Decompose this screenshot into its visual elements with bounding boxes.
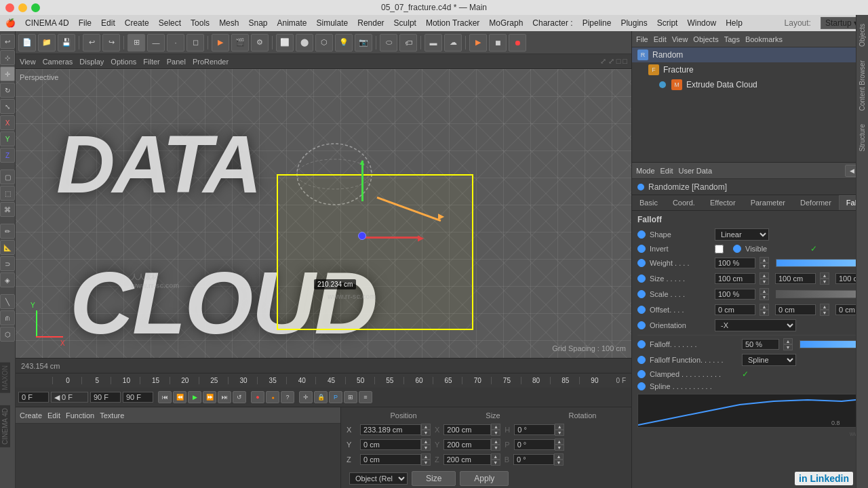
tool-select[interactable]: ⊹ (0, 50, 15, 65)
obj-random[interactable]: R Random ✓ ✓ (632, 47, 868, 62)
scale-up[interactable]: ▲ (760, 288, 769, 294)
tb-record[interactable]: ⏺ (509, 34, 526, 52)
menu-simulate[interactable]: Simulate (317, 18, 349, 28)
weight-stepper[interactable]: ▲ ▼ (760, 257, 769, 269)
tb-mode-edge[interactable]: — (147, 34, 165, 52)
pos-btn[interactable]: P (329, 391, 342, 403)
menu-plugins[interactable]: Plugins (620, 18, 647, 28)
shape-radio[interactable] (637, 230, 646, 239)
gizmo-y-axis[interactable] (361, 161, 363, 201)
weight-radio[interactable] (637, 259, 646, 267)
menu-snap[interactable]: Snap (248, 18, 267, 28)
menu-create[interactable]: Create (125, 18, 149, 28)
spline-graph[interactable]: 0.8 (637, 394, 868, 428)
tb-floor[interactable]: ▬ (425, 34, 442, 52)
x-size-stepper[interactable]: ▲ ▼ (443, 424, 500, 436)
go-to-end-btn[interactable]: ⏭ (218, 391, 231, 403)
tool-live-select[interactable]: ▢ (0, 169, 15, 184)
y-pos-up[interactable]: ▲ (421, 439, 431, 445)
content-browser-tab[interactable]: Content Browser (856, 54, 868, 117)
menu-mesh[interactable]: Mesh (219, 18, 239, 28)
menu-animate[interactable]: Animate (277, 18, 307, 28)
tool-poly[interactable]: ◈ (0, 272, 15, 287)
viewport-3d[interactable]: Perspective DATA CLOUD ▲ (16, 69, 631, 358)
tb-render-view[interactable]: 🎬 (231, 34, 249, 52)
menu-c4d[interactable]: CINEMA 4D (25, 18, 69, 28)
b-rot-input[interactable] (513, 454, 554, 465)
tb-new[interactable]: 📄 (18, 34, 36, 52)
om-view[interactable]: View (672, 35, 688, 43)
y-size-input[interactable] (443, 439, 491, 450)
spline-radio[interactable] (637, 382, 646, 390)
tool-magnet[interactable]: ⊃ (0, 256, 15, 271)
objects-tab[interactable]: Objects (856, 18, 868, 53)
tb-tag[interactable]: 🏷 (399, 34, 417, 52)
z-pos-up[interactable]: ▲ (421, 453, 431, 460)
p-rot-up[interactable]: ▲ (555, 439, 564, 445)
go-to-start-btn[interactable]: ⏮ (158, 391, 172, 403)
close-button[interactable] (5, 3, 14, 12)
obj-extrude[interactable]: M Extrude Data Cloud ✓ ✓ (654, 77, 868, 92)
tool-x[interactable]: X (0, 115, 15, 130)
z-size-up[interactable]: ▲ (491, 453, 500, 460)
menu-motion-tracker[interactable]: Motion Tracker (426, 18, 479, 28)
auto-key-btn[interactable]: ? (281, 391, 294, 403)
menu-edit[interactable]: Edit (101, 18, 115, 28)
coord-mode-select[interactable]: Object (Rel World (349, 472, 408, 485)
gizmo-x-axis[interactable] (365, 237, 419, 239)
offset-x-up[interactable]: ▲ (760, 304, 769, 310)
falloff-pct-radio[interactable] (637, 340, 646, 348)
tb-mode-poly[interactable]: ◻ (186, 34, 204, 52)
structure-tab[interactable]: Structure (856, 118, 868, 158)
tool-measure[interactable]: 📐 (0, 240, 15, 255)
size-x-input[interactable] (715, 273, 755, 284)
play-btn[interactable]: ▶ (188, 391, 201, 403)
scale-down[interactable]: ▼ (760, 294, 769, 300)
tb-render[interactable]: ▶ (212, 34, 229, 52)
falloff-pct-down[interactable]: ▼ (783, 344, 793, 350)
z-size-stepper[interactable]: ▲ ▼ (443, 453, 500, 466)
y-pos-stepper[interactable]: ▲ ▼ (360, 439, 431, 451)
tool-undo[interactable]: ↩ (0, 34, 15, 49)
apply-button[interactable]: Apply (460, 471, 509, 486)
tool-rotate[interactable]: ↻ (0, 83, 15, 98)
om-tags[interactable]: Tags (724, 35, 740, 43)
p-rot-input[interactable] (514, 439, 555, 450)
y-size-up[interactable]: ▲ (491, 439, 500, 445)
size-y-up[interactable]: ▲ (820, 272, 829, 279)
z-pos-down[interactable]: ▼ (421, 460, 431, 466)
tb-mode-point[interactable]: · (167, 34, 184, 52)
om-objects[interactable]: Objects (693, 35, 718, 43)
visible-radio[interactable] (733, 245, 741, 253)
tab-parameter[interactable]: Parameter (743, 195, 793, 210)
tb-anim-stop[interactable]: ⏹ (489, 34, 507, 52)
tab-coord[interactable]: Coord. (665, 195, 703, 210)
tb-camera[interactable]: 📷 (355, 34, 372, 52)
x-size-down[interactable]: ▼ (491, 430, 500, 436)
menu-window[interactable]: Window (687, 18, 716, 28)
h-rot-stepper[interactable]: ▲ ▼ (514, 424, 564, 436)
tb-open[interactable]: 📁 (38, 34, 56, 52)
anim-edit[interactable]: Edit (47, 411, 60, 420)
om-file[interactable]: File (636, 35, 648, 43)
x-pos-stepper[interactable]: ▲ ▼ (360, 424, 431, 436)
offset-frame-input[interactable] (51, 392, 88, 403)
tool-paint[interactable]: ⬡ (0, 327, 15, 342)
tb-render-settings[interactable]: ⚙ (251, 34, 269, 52)
cross-btn[interactable]: ✛ (299, 391, 313, 403)
tab-deformer[interactable]: Deformer (793, 195, 839, 210)
om-bookmarks[interactable]: Bookmarks (745, 35, 783, 43)
z-pos-input[interactable] (360, 454, 421, 465)
tool-box-select[interactable]: ⬚ (0, 186, 15, 201)
falloff-fn-radio[interactable] (637, 356, 646, 364)
z-pos-stepper[interactable]: ▲ ▼ (360, 453, 431, 466)
y-size-stepper[interactable]: ▲ ▼ (443, 439, 500, 451)
size-x-down[interactable]: ▼ (760, 279, 769, 285)
offset-x-input[interactable] (715, 304, 755, 315)
menu-sculpt[interactable]: Sculpt (394, 18, 416, 28)
current-frame-input[interactable] (18, 392, 49, 403)
orient-select[interactable]: -X X Y -Y Z -Z (715, 319, 796, 331)
p-rot-down[interactable]: ▼ (555, 445, 564, 451)
weight-up[interactable]: ▲ (760, 257, 769, 263)
minimize-button[interactable] (18, 3, 27, 12)
